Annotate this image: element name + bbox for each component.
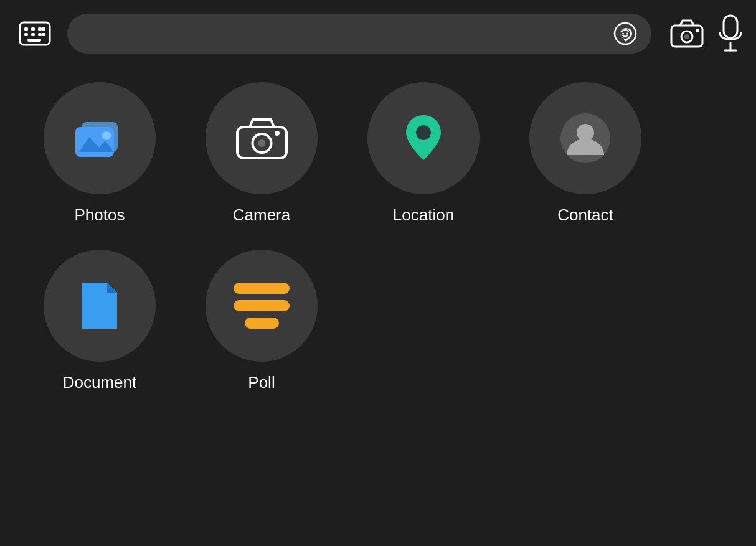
search-input[interactable] xyxy=(85,27,612,41)
camera-label: Camera xyxy=(233,205,290,225)
camera-icon xyxy=(232,113,291,163)
location-label: Location xyxy=(393,205,454,225)
photos-label: Photos xyxy=(75,205,125,225)
poll-bar-3 xyxy=(245,318,279,329)
svg-rect-2 xyxy=(31,27,35,31)
grid-row-2: Document Poll xyxy=(37,250,719,392)
sticker-button[interactable] xyxy=(612,20,639,47)
poll-bar-2 xyxy=(234,300,290,311)
keyboard-icon xyxy=(19,21,51,46)
sticker-icon xyxy=(613,22,637,45)
location-item[interactable]: Location xyxy=(361,82,486,225)
svg-point-22 xyxy=(696,29,699,32)
poll-bar-1 xyxy=(234,283,290,294)
svg-point-33 xyxy=(416,125,431,140)
svg-rect-5 xyxy=(24,33,28,36)
camera-item[interactable]: Camera xyxy=(199,82,324,225)
contact-label: Contact xyxy=(557,205,613,225)
photos-item[interactable]: Photos xyxy=(37,82,162,225)
svg-rect-7 xyxy=(38,33,42,36)
svg-point-31 xyxy=(258,139,265,147)
mic-button[interactable] xyxy=(717,14,744,53)
document-circle[interactable] xyxy=(44,250,156,362)
mic-icon xyxy=(717,14,744,53)
document-label: Document xyxy=(63,373,137,392)
svg-point-28 xyxy=(102,131,111,140)
svg-rect-23 xyxy=(724,16,737,38)
svg-rect-10 xyxy=(42,33,45,36)
toolbar xyxy=(0,0,756,64)
keyboard-button[interactable] xyxy=(12,11,57,56)
svg-rect-11 xyxy=(27,39,41,42)
camera-top-icon xyxy=(669,18,705,49)
location-icon xyxy=(399,110,448,166)
svg-point-35 xyxy=(577,124,594,141)
svg-rect-1 xyxy=(24,27,28,31)
poll-item[interactable]: Poll xyxy=(199,250,324,392)
svg-point-32 xyxy=(275,131,280,136)
svg-point-18 xyxy=(626,33,628,35)
grid-container: Photos Camera L xyxy=(0,64,756,546)
poll-circle[interactable] xyxy=(206,250,318,362)
search-bar[interactable] xyxy=(67,14,651,54)
camera-top-button[interactable] xyxy=(669,18,705,49)
svg-rect-27 xyxy=(75,127,114,157)
camera-circle[interactable] xyxy=(206,82,318,194)
contact-item[interactable]: Contact xyxy=(523,82,648,225)
location-circle[interactable] xyxy=(367,82,480,194)
contact-icon xyxy=(557,110,613,166)
svg-rect-3 xyxy=(38,27,42,31)
svg-rect-6 xyxy=(31,33,35,36)
contact-circle[interactable] xyxy=(529,82,641,194)
document-item[interactable]: Document xyxy=(37,250,162,392)
toolbar-right xyxy=(669,14,744,53)
svg-rect-8 xyxy=(42,27,45,31)
svg-point-17 xyxy=(622,33,624,35)
photos-circle[interactable] xyxy=(44,82,156,194)
poll-icon xyxy=(234,283,290,329)
svg-point-21 xyxy=(684,34,689,39)
poll-label: Poll xyxy=(248,373,275,392)
grid-row-1: Photos Camera L xyxy=(37,82,719,225)
photos-icon xyxy=(70,113,130,163)
document-icon xyxy=(75,278,125,334)
